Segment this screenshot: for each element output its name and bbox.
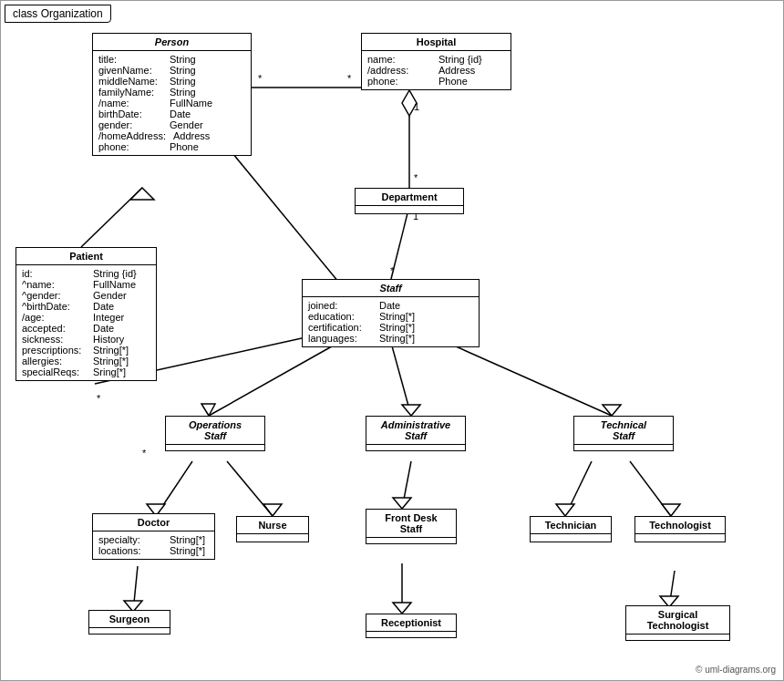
admin-staff-name: Administrative Staff <box>366 417 465 445</box>
front-desk-class: Front Desk Staff <box>366 509 457 544</box>
svg-text:*: * <box>97 393 101 404</box>
svg-marker-11 <box>130 188 154 200</box>
svg-line-14 <box>209 343 338 416</box>
svg-line-16 <box>391 343 411 416</box>
surgical-technologist-name: Surgical Technologist <box>626 606 729 635</box>
svg-line-26 <box>565 461 592 516</box>
technologist-class: Technologist <box>634 516 726 542</box>
svg-text:*: * <box>142 448 147 459</box>
svg-text:*: * <box>390 265 395 276</box>
technical-staff-name: Technical Staff <box>574 417 673 445</box>
surgeon-name: Surgeon <box>89 611 170 628</box>
front-desk-attrs <box>366 538 456 543</box>
technician-attrs <box>531 534 611 542</box>
staff-class-name: Staff <box>303 280 479 297</box>
nurse-class-name: Nurse <box>237 517 308 534</box>
surgical-technologist-class: Surgical Technologist <box>625 605 730 641</box>
person-attrs: title:String givenName:String middleName… <box>93 51 251 155</box>
operations-staff-name: Operations Staff <box>166 417 264 445</box>
svg-line-34 <box>669 571 675 607</box>
copyright: © uml-diagrams.org <box>696 665 776 675</box>
svg-marker-33 <box>393 603 411 614</box>
diagram-container: class Organization * * 1 * 1 * <box>0 0 784 681</box>
svg-marker-25 <box>393 498 411 509</box>
svg-line-24 <box>402 461 411 509</box>
person-class-name: Person <box>93 34 251 51</box>
receptionist-attrs <box>366 632 456 637</box>
department-class-name: Department <box>356 189 463 206</box>
front-desk-name: Front Desk Staff <box>366 510 456 538</box>
hospital-class-name: Hospital <box>362 34 511 51</box>
svg-marker-27 <box>556 504 574 516</box>
operations-staff-class: Operations Staff <box>165 416 265 451</box>
doctor-attrs: specialty:String[*] locations:String[*] <box>93 531 214 559</box>
patient-class-name: Patient <box>16 248 156 265</box>
technologist-name: Technologist <box>635 517 725 534</box>
doctor-class-name: Doctor <box>93 514 214 531</box>
svg-marker-15 <box>201 404 215 416</box>
svg-text:*: * <box>347 73 352 84</box>
patient-class: Patient id:String {id} ^name:FullName ^g… <box>15 247 157 381</box>
technical-staff-attrs <box>574 445 673 450</box>
admin-staff-attrs <box>366 445 465 450</box>
svg-text:*: * <box>414 172 418 183</box>
patient-attrs: id:String {id} ^name:FullName ^gender:Ge… <box>16 265 156 380</box>
technologist-attrs <box>635 534 725 542</box>
technician-class: Technician <box>530 516 612 542</box>
svg-line-10 <box>81 188 142 247</box>
staff-attrs: joined:Date education:String[*] certific… <box>303 297 479 346</box>
department-attrs <box>356 206 463 213</box>
svg-line-22 <box>227 461 273 516</box>
surgical-technologist-attrs <box>626 635 729 640</box>
department-class: Department <box>355 188 464 214</box>
svg-marker-29 <box>662 504 680 516</box>
receptionist-name: Receptionist <box>366 614 456 632</box>
technician-name: Technician <box>531 517 611 534</box>
staff-class: Staff joined:Date education:String[*] ce… <box>302 279 480 347</box>
svg-marker-17 <box>402 405 420 416</box>
svg-marker-4 <box>402 90 417 116</box>
svg-text:1: 1 <box>414 101 419 112</box>
nurse-class: Nurse <box>236 516 309 542</box>
svg-line-28 <box>630 461 671 516</box>
svg-line-12 <box>220 138 347 293</box>
svg-marker-23 <box>263 504 282 516</box>
svg-line-18 <box>448 343 612 416</box>
person-class: Person title:String givenName:String mid… <box>92 33 252 156</box>
operations-staff-attrs <box>166 445 264 450</box>
hospital-attrs: name:String {id} /address:Address phone:… <box>362 51 511 89</box>
svg-line-20 <box>156 461 192 516</box>
nurse-attrs <box>237 534 308 542</box>
technical-staff-class: Technical Staff <box>573 416 674 451</box>
doctor-class: Doctor specialty:String[*] locations:Str… <box>92 513 215 560</box>
admin-staff-class: Administrative Staff <box>366 416 466 451</box>
svg-marker-19 <box>603 405 621 416</box>
surgeon-attrs <box>89 628 170 634</box>
svg-text:*: * <box>258 73 263 84</box>
hospital-class: Hospital name:String {id} /address:Addre… <box>361 33 511 90</box>
surgeon-class: Surgeon <box>88 610 170 635</box>
receptionist-class: Receptionist <box>366 614 457 638</box>
svg-line-30 <box>133 566 138 612</box>
diagram-title: class Organization <box>5 5 111 23</box>
svg-line-7 <box>391 206 409 279</box>
